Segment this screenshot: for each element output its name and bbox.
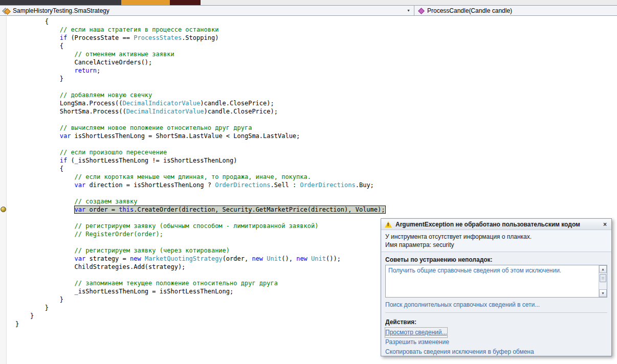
vs-debug-window: SampleHistoryTesting.SmaStrategy ▼ Proce… (0, 0, 617, 364)
code-line: // если произошло пересечение (15, 148, 385, 156)
code-line: { (15, 42, 385, 50)
code-line: // вычисляем новое положение относительн… (15, 124, 385, 132)
exception-message-line1: У инструмента отсутствует информация о п… (385, 233, 607, 241)
code-line (15, 189, 385, 197)
tips-list: Получить общие справочные сведения об эт… (386, 265, 598, 276)
code-line: var direction = isShortLessThenLong ? Or… (15, 181, 385, 189)
exception-title: ArgumentException не обработано пользова… (395, 221, 580, 228)
code-line: var order = this.CreateOrder(direction, … (15, 206, 385, 214)
actions-list: Просмотр сведений...Разрешить изменениеС… (381, 327, 611, 359)
code-line: // если короткая меньше чем длинная, то … (15, 173, 385, 181)
code-line: if (ProcessState == ProcessStates.Stoppi… (15, 34, 385, 42)
code-line: // регистрируем заявку (обычным способом… (15, 222, 385, 230)
code-line: // если наша стратегия в процессе остано… (15, 26, 385, 34)
scroll-up-icon[interactable]: ▲ (599, 265, 607, 273)
separator (385, 312, 607, 313)
tips-scrollbar[interactable]: ▲ ▼ (599, 265, 607, 297)
exception-assistant: ArgumentException не обработано пользова… (381, 218, 612, 356)
top-strip-segment (170, 0, 201, 5)
code-line (15, 214, 385, 222)
method-icon (418, 8, 424, 14)
code-line: ShortSma.Process((DecimalIndicatorValue)… (15, 107, 385, 116)
editor-navigation-bar: SampleHistoryTesting.SmaStrategy ▼ Proce… (0, 5, 617, 16)
code-line (15, 140, 385, 148)
breakpoint-gutter[interactable] (0, 16, 7, 364)
code-line: } (15, 304, 385, 312)
online-search-link[interactable]: Поиск дополнительных справочных сведений… (381, 298, 611, 311)
code-line: { (15, 165, 385, 173)
code-line: _isShortLessThenLong = isShortLessThenLo… (15, 287, 385, 295)
exception-assistant-header: ArgumentException не обработано пользова… (381, 219, 611, 230)
code-line: } (15, 75, 385, 83)
code-line: // RegisterOrder(order); (15, 230, 385, 238)
actions-header: Действия: (381, 314, 611, 327)
action-link[interactable]: Разрешить изменение (385, 337, 449, 347)
code-line: } (15, 320, 385, 328)
code-line (15, 83, 385, 91)
code-line: // создаем заявку (15, 197, 385, 206)
action-link[interactable]: Скопировать сведения исключения в буфер … (385, 347, 534, 357)
window-top-strip (0, 0, 617, 5)
code-lines[interactable]: { // если наша стратегия в процессе оста… (7, 17, 385, 328)
code-line: // отменяем активные заявки (15, 50, 385, 58)
types-dropdown[interactable]: SampleHistoryTesting.SmaStrategy ▼ (0, 6, 414, 15)
code-line (15, 238, 385, 246)
code-line: LongSma.Process((DecimalIndicatorValue)c… (15, 99, 385, 107)
types-dropdown-value: SampleHistoryTesting.SmaStrategy (13, 7, 109, 14)
code-line: if (_isShortLessThenLong != isShortLessT… (15, 156, 385, 165)
chevron-down-icon[interactable]: ▼ (407, 9, 410, 12)
code-line: // запоминаем текущее положение относите… (15, 279, 385, 287)
exception-message: У инструмента отсутствует информация о п… (381, 230, 611, 252)
code-line: } (15, 295, 385, 304)
code-line: ChildStrategies.Add(strategy); (15, 263, 385, 271)
top-strip-segment (0, 0, 121, 5)
tips-box: Получить общие справочные сведения об эт… (385, 265, 607, 298)
code-line: { (15, 17, 385, 26)
code-line: var isShortLessThenLong = ShortSma.LastV… (15, 132, 385, 140)
code-line: CancelActiveOrders(); (15, 58, 385, 66)
code-line (15, 271, 385, 279)
members-dropdown[interactable]: ProcessCandle(Candle candle) (414, 6, 617, 15)
code-line: var strategy = new MarketQuotingStrategy… (15, 255, 385, 263)
class-icon (3, 8, 10, 14)
code-line: // добавляем новую свечку (15, 91, 385, 99)
tips-header: Советы по устранению неполадок: (381, 252, 611, 265)
code-line: } (15, 312, 385, 320)
active-tab-fragment[interactable] (121, 0, 170, 5)
action-link[interactable]: Просмотр сведений... (385, 328, 447, 337)
scroll-down-icon[interactable]: ▼ (599, 289, 607, 297)
code-line (15, 116, 385, 124)
members-dropdown-value: ProcessCandle(Candle candle) (427, 7, 512, 14)
scrollbar-thumb[interactable] (600, 274, 606, 282)
code-line: return; (15, 66, 385, 75)
tip-link[interactable]: Получить общие справочные сведения об эт… (388, 267, 596, 275)
current-statement-highlight: var order = this.CreateOrder(direction, … (75, 206, 385, 213)
warning-icon (385, 221, 392, 228)
code-line: // регистрируем заявку (через котировани… (15, 246, 385, 255)
breakpoint-icon[interactable] (1, 207, 6, 212)
close-icon[interactable]: × (602, 221, 608, 228)
exception-message-line2: Имя параметра: security (385, 241, 607, 249)
